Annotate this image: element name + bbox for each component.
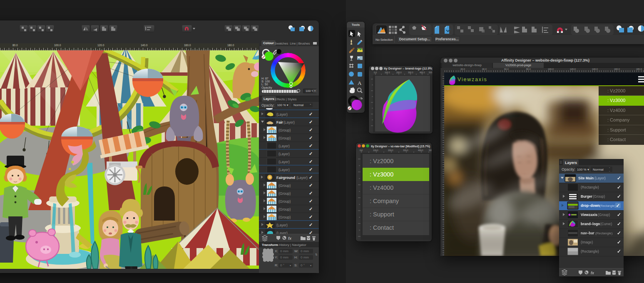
- svg-text:(Layer): (Layer): [594, 176, 606, 180]
- svg-text:ity Designer – brand-logo (12.: ity Designer – brand-logo (12.9%): [384, 67, 433, 70]
- svg-text:drop–down: drop–down: [581, 204, 600, 208]
- svg-text:✓: ✓: [309, 222, 313, 227]
- svg-text:✓: ✓: [309, 167, 313, 172]
- svg-text:✓: ✓: [617, 184, 621, 190]
- svg-text:✓: ✓: [309, 230, 313, 234]
- svg-text:✓: ✓: [617, 230, 621, 236]
- svg-text:⇅: ⇅: [315, 253, 318, 256]
- svg-text:Transform: Transform: [262, 243, 278, 247]
- svg-text:✓: ✓: [617, 221, 621, 227]
- svg-text:✓: ✓: [309, 191, 313, 196]
- svg-text:: Support: : Support: [370, 211, 394, 218]
- svg-text:Y:: Y:: [275, 256, 278, 259]
- svg-text:(Group): (Group): [278, 184, 291, 188]
- svg-text:(Image): (Image): [581, 240, 593, 244]
- svg-text:✓: ✓: [617, 212, 621, 218]
- svg-text:: Vz4000: : Vz4000: [370, 184, 393, 191]
- svg-text:▾: ▾: [310, 264, 311, 267]
- svg-text:(Rectangle): (Rectangle): [581, 185, 599, 189]
- svg-text:nav–bar: nav–bar: [581, 231, 594, 235]
- svg-text:(Layer): (Layer): [276, 112, 288, 117]
- svg-text:0 mm: 0 mm: [301, 256, 309, 259]
- svg-text:H:: H:: [294, 256, 298, 259]
- svg-text:✓: ✓: [309, 175, 313, 180]
- svg-text:100.0: 100.0: [373, 149, 378, 151]
- svg-text:History | Navigator: History | Navigator: [279, 243, 306, 247]
- svg-text:S:: S:: [294, 263, 298, 267]
- svg-text:0.0: 0.0: [360, 149, 363, 151]
- svg-text:(Layer): (Layer): [278, 152, 290, 156]
- svg-text:✓: ✓: [309, 151, 313, 156]
- svg-text:(Layer): (Layer): [278, 144, 290, 148]
- svg-text:✓: ✓: [617, 248, 621, 254]
- svg-text:✓: ✓: [309, 214, 313, 219]
- svg-text:300.0: 300.0: [403, 149, 408, 151]
- svg-text:Fair: Fair: [276, 120, 283, 124]
- svg-text:: Vz3000: : Vz3000: [370, 171, 393, 178]
- svg-text:✓: ✓: [309, 143, 313, 148]
- svg-text:(Group): (Group): [278, 215, 291, 219]
- svg-text:(Layer): (Layer): [276, 231, 288, 234]
- svg-text:(Rectangle): (Rectangle): [581, 249, 599, 253]
- svg-text:Opacity:: Opacity:: [562, 167, 575, 171]
- svg-text:(Layer): (Layer): [283, 120, 295, 124]
- svg-text:(Layer): (Layer): [278, 168, 290, 172]
- svg-text:Tools: Tools: [352, 23, 360, 27]
- svg-text:Viewzaxis: Viewzaxis: [458, 77, 487, 82]
- svg-text:0 °: 0 °: [280, 263, 284, 267]
- svg-text:400.0: 400.0: [418, 149, 423, 151]
- svg-text:(Curve): (Curve): [600, 222, 612, 226]
- svg-text:100 % ▾: 100 % ▾: [577, 168, 589, 171]
- svg-text:: Contact: : Contact: [370, 224, 394, 231]
- svg-text:0 mm: 0 mm: [280, 256, 288, 259]
- svg-text:✓: ✓: [309, 199, 313, 204]
- svg-text:R:: R:: [275, 263, 278, 267]
- svg-text:(Group): (Group): [593, 194, 605, 199]
- svg-text:: Vz2000: : Vz2000: [370, 158, 393, 164]
- svg-text:✓: ✓: [616, 203, 620, 209]
- svg-text:: Company: : Company: [370, 198, 399, 204]
- svg-text:0.0: 0.0: [374, 71, 377, 74]
- svg-text:(Rectangle): (Rectangle): [599, 204, 616, 208]
- svg-text:500: 500: [429, 71, 433, 74]
- svg-text:Burger: Burger: [581, 194, 593, 199]
- svg-text:✓: ✓: [309, 206, 313, 211]
- svg-text:200.0: 200.0: [396, 71, 402, 74]
- svg-text:(Group): (Group): [278, 136, 291, 140]
- svg-text:(Layer): (Layer): [276, 223, 288, 227]
- svg-text:X:: X:: [275, 249, 278, 253]
- svg-text:✓: ✓: [309, 135, 313, 140]
- svg-text:400.0: 400.0: [420, 71, 425, 74]
- svg-text:Normal: Normal: [593, 168, 604, 171]
- svg-text:✓: ✓: [309, 183, 313, 188]
- svg-text:ity Designer – vz-nav-bar [Mod: ity Designer – vz-nav-bar [Modified] (15…: [371, 144, 430, 148]
- svg-text:0 mm: 0 mm: [301, 249, 309, 253]
- svg-text:A: A: [358, 80, 362, 86]
- svg-text:✓: ✓: [309, 127, 313, 132]
- svg-text:(Group): (Group): [598, 213, 610, 217]
- svg-text:0 °: 0 °: [301, 263, 305, 267]
- svg-text:brand–logo: brand–logo: [581, 222, 600, 226]
- svg-text:✓: ✓: [617, 194, 621, 199]
- svg-text:✓: ✓: [617, 239, 621, 245]
- svg-text:Fairground: Fairground: [276, 176, 295, 180]
- svg-text:fx: fx: [288, 236, 292, 241]
- svg-text:200.0: 200.0: [388, 149, 393, 151]
- svg-text:(Layer): (Layer): [278, 160, 290, 164]
- svg-text:(Group): (Group): [278, 207, 291, 211]
- svg-text:(Layer): (Layer): [296, 176, 308, 180]
- svg-text:W:: W:: [294, 249, 298, 253]
- svg-text:100.0: 100.0: [385, 71, 390, 74]
- svg-text:(Group): (Group): [278, 128, 291, 132]
- svg-text:▾: ▾: [290, 264, 291, 267]
- svg-text:fx: fx: [591, 271, 594, 275]
- svg-text:✓: ✓: [617, 175, 621, 181]
- svg-text:500: 500: [429, 149, 432, 151]
- svg-text:300.0: 300.0: [408, 71, 413, 74]
- svg-text:✓: ✓: [309, 159, 313, 164]
- svg-text:(Rectangle): (Rectangle): [595, 231, 613, 235]
- svg-text:0 mm: 0 mm: [280, 249, 288, 253]
- svg-text:Site Main: Site Main: [578, 176, 594, 180]
- svg-text:(Group): (Group): [278, 191, 291, 196]
- svg-text:⌄: ⌄: [609, 169, 610, 172]
